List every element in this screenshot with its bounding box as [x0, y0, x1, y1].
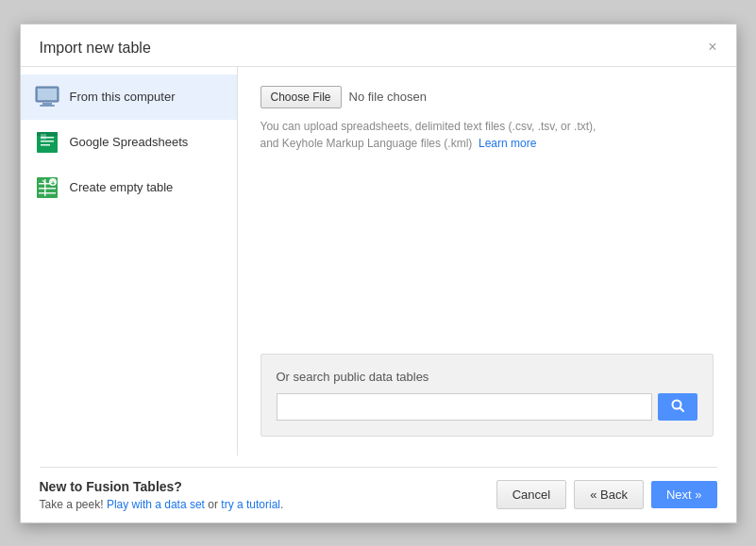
- svg-rect-13: [39, 192, 56, 194]
- footer-left: New to Fusion Tables? Take a peek! Play …: [40, 479, 284, 511]
- no-file-text: No file chosen: [349, 90, 427, 104]
- spreadsheet-icon: [34, 129, 60, 156]
- footer-buttons: Cancel « Back Next »: [496, 480, 717, 509]
- learn-more-link[interactable]: Learn more: [479, 137, 536, 150]
- footer-top: New to Fusion Tables? Take a peek! Play …: [40, 467, 717, 511]
- footer-description: Take a peek! Play with a data set or try…: [40, 498, 284, 511]
- period: .: [280, 498, 283, 511]
- upload-info-line1: You can upload spreadsheets, delimited t…: [260, 120, 596, 133]
- sidebar: From this computer Google Spreadsheets: [21, 67, 238, 455]
- cancel-button[interactable]: Cancel: [496, 480, 566, 509]
- dialog-header: Import new table ×: [21, 25, 736, 66]
- dialog-title: Import new table: [40, 40, 151, 57]
- sidebar-label-google-spreadsheets: Google Spreadsheets: [70, 135, 189, 149]
- sidebar-item-google-spreadsheets[interactable]: Google Spreadsheets: [21, 120, 237, 165]
- search-row: [277, 393, 697, 421]
- monitor-icon: [34, 84, 60, 110]
- next-button[interactable]: Next »: [651, 481, 717, 508]
- svg-rect-8: [37, 132, 58, 136]
- svg-rect-1: [38, 89, 57, 100]
- upload-info: You can upload spreadsheets, delimited t…: [260, 118, 714, 152]
- search-section: Or search public data tables: [260, 354, 714, 437]
- back-button[interactable]: « Back: [574, 480, 644, 509]
- content-panel: Choose File No file chosen You can uploa…: [238, 67, 736, 455]
- sidebar-label-from-computer: From this computer: [70, 90, 176, 104]
- search-input[interactable]: [277, 393, 652, 421]
- or-text: or: [208, 498, 218, 511]
- sidebar-label-create-empty: Create empty table: [70, 180, 174, 194]
- sidebar-item-from-computer[interactable]: From this computer: [21, 74, 237, 120]
- file-row: Choose File No file chosen: [260, 86, 714, 108]
- import-dialog: Import new table × From this computer: [20, 24, 737, 523]
- upload-info-line2: and Keyhole Markup Language files (.kml): [260, 137, 473, 150]
- close-button[interactable]: ×: [708, 40, 716, 55]
- search-icon: [671, 399, 684, 412]
- svg-text:+: +: [50, 178, 55, 187]
- play-link[interactable]: Play with a data set: [107, 498, 205, 511]
- search-label: Or search public data tables: [277, 370, 697, 384]
- svg-rect-12: [39, 188, 56, 190]
- search-button[interactable]: [658, 393, 697, 421]
- svg-rect-2: [42, 103, 52, 105]
- new-to-label: New to Fusion Tables?: [40, 479, 284, 494]
- svg-rect-3: [40, 105, 55, 107]
- svg-rect-9: [41, 134, 46, 140]
- dialog-footer: New to Fusion Tables? Take a peek! Play …: [21, 455, 736, 522]
- table-icon: +: [34, 174, 60, 201]
- svg-line-19: [680, 407, 683, 411]
- tutorial-link[interactable]: try a tutorial: [221, 498, 280, 511]
- sidebar-item-create-empty[interactable]: + Create empty table: [21, 165, 237, 210]
- peek-text: Take a peek!: [40, 498, 104, 511]
- dialog-body: From this computer Google Spreadsheets: [21, 67, 736, 455]
- choose-file-button[interactable]: Choose File: [260, 86, 342, 108]
- svg-rect-6: [41, 141, 54, 142]
- svg-rect-7: [41, 144, 50, 146]
